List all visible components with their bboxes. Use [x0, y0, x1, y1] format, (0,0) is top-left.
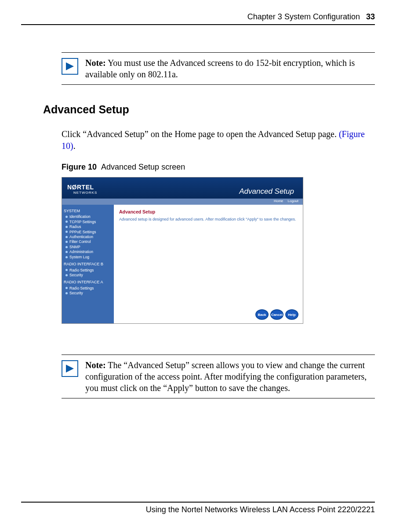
- note-block-1: Note: You must use the Advanced screens …: [62, 52, 375, 85]
- sidebar-item-authentication[interactable]: Authentication: [64, 235, 112, 239]
- page-footer: Using the Nortel Networks Wireless LAN A…: [21, 502, 375, 514]
- sidebar-item-radius[interactable]: Radius: [64, 224, 112, 229]
- panel-button-row: Back Cancel Help: [255, 309, 298, 320]
- body-paragraph: Click “Advanced Setup” on the Home page …: [62, 128, 375, 152]
- page-number: 33: [366, 12, 375, 22]
- note-body: You must use the Advanced screens to do …: [85, 58, 355, 79]
- figure-label: Figure 10: [62, 163, 97, 171]
- screenshot-topbar: Home Logout: [62, 199, 303, 205]
- note-arrow-icon: [62, 58, 78, 75]
- sidebar-item-tcpip[interactable]: TCP/IP Settings: [64, 220, 112, 224]
- sidebar-item-radio-a-security[interactable]: Security: [64, 291, 112, 296]
- sidebar-head-radio-a: RADIO INTERFACE A: [64, 279, 112, 285]
- chapter-title: Chapter 3 System Configuration: [247, 12, 360, 22]
- note-label: Note:: [85, 58, 106, 68]
- figure-caption: Figure 10Advanced Setup screen: [62, 163, 375, 172]
- panel-title: Advanced Setup: [119, 209, 298, 214]
- help-button[interactable]: Help: [285, 309, 298, 320]
- page-header: Chapter 3 System Configuration 33: [21, 12, 375, 25]
- note-body: The “Advanced Setup” screen allows you t…: [85, 360, 367, 393]
- footer-text: Using the Nortel Networks Wireless LAN A…: [146, 505, 375, 514]
- screenshot-title: Advanced Setup: [239, 187, 294, 196]
- body-text-pre: Click “Advanced Setup” on the Home page …: [62, 129, 339, 139]
- section-heading: Advanced Setup: [43, 103, 375, 116]
- panel-description: Advanced setup is designed for advanced …: [119, 217, 298, 222]
- note-block-2: Note: The “Advanced Setup” screen allows…: [62, 355, 375, 398]
- body-text-post: .: [73, 141, 76, 151]
- sidebar-item-radio-a-settings[interactable]: Radio Settings: [64, 286, 112, 291]
- sidebar-head-system: SYSTEM: [64, 208, 112, 214]
- figure-screenshot: NØRTEL NETWORKS Advanced Setup Home Logo…: [62, 177, 303, 324]
- sidebar-item-radio-b-security[interactable]: Security: [64, 273, 112, 278]
- screenshot-sidebar: SYSTEM Identification TCP/IP Settings Ra…: [62, 205, 114, 323]
- figure-caption-text: Advanced Setup screen: [101, 163, 185, 171]
- note-text-2: Note: The “Advanced Setup” screen allows…: [85, 359, 375, 394]
- brand-text: NØRTEL: [67, 184, 94, 191]
- sidebar-item-snmp[interactable]: SNMP: [64, 245, 112, 250]
- cancel-button[interactable]: Cancel: [270, 309, 283, 320]
- sidebar-item-system-log[interactable]: System Log: [64, 255, 112, 260]
- sidebar-item-filter-control[interactable]: Filter Control: [64, 239, 112, 244]
- brand-sub-text: NETWORKS: [73, 191, 97, 195]
- sidebar-item-identification[interactable]: Identification: [64, 214, 112, 219]
- sidebar-item-radio-b-settings[interactable]: Radio Settings: [64, 268, 112, 273]
- sidebar-item-pppoe[interactable]: PPPoE Settings: [64, 230, 112, 235]
- home-link[interactable]: Home: [274, 199, 283, 203]
- logout-link[interactable]: Logout: [288, 199, 298, 203]
- brand-logo: NØRTEL NETWORKS: [67, 181, 97, 195]
- screenshot-header: NØRTEL NETWORKS Advanced Setup: [62, 177, 303, 199]
- sidebar-head-radio-b: RADIO INTERFACE B: [64, 261, 112, 267]
- note-label: Note:: [85, 360, 106, 370]
- sidebar-item-administration[interactable]: Administration: [64, 250, 112, 254]
- note-text-1: Note: You must use the Advanced screens …: [85, 57, 375, 80]
- screenshot-main-panel: Advanced Setup Advanced setup is designe…: [114, 205, 303, 323]
- back-button[interactable]: Back: [255, 309, 269, 320]
- note-arrow-icon: [62, 360, 78, 377]
